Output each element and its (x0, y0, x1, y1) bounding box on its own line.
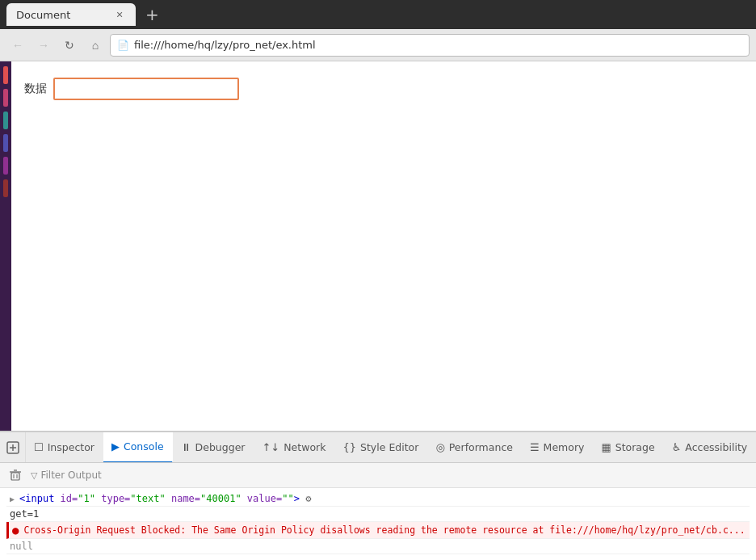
inspector-pick-icon (6, 441, 19, 454)
tab-accessibility[interactable]: ♿ Accessibility (664, 432, 756, 463)
page-icon: 📄 (117, 40, 129, 51)
tab-memory[interactable]: ☰ Memory (522, 432, 594, 463)
html-value-id: "1" (78, 493, 95, 504)
address-text: file:///home/hq/lzy/pro_net/ex.html (134, 39, 316, 51)
devtools-panel: ☐ Inspector ▶ Console ⏸ Debugger ↑↓ Netw… (0, 431, 756, 560)
debugger-icon: ⏸ (181, 441, 191, 453)
tab-debugger[interactable]: ⏸ Debugger (173, 432, 254, 463)
sidebar-item-5 (3, 157, 8, 175)
trash-icon (9, 469, 22, 482)
filter-box: ▽ Filter Output (31, 469, 102, 481)
html-attr-type: type= (95, 493, 130, 504)
html-value-type: "text" (130, 493, 165, 504)
tab-performance[interactable]: ◎ Performance (427, 432, 522, 463)
console-toolbar: ▽ Filter Output (0, 463, 756, 488)
sidebar-item-6 (3, 179, 8, 197)
tab-inspector-label: Inspector (48, 441, 94, 453)
storage-icon: ▦ (601, 441, 611, 453)
browser-window: Document ✕ + ← → ↻ ⌂ 📄 file:///home/hq/l… (0, 0, 756, 560)
html-attr-name: name= (166, 493, 200, 504)
nav-bar: ← → ↻ ⌂ 📄 file:///home/hq/lzy/pro_net/ex… (0, 29, 756, 61)
left-sidebar (0, 61, 11, 431)
tab-storage[interactable]: ▦ Storage (593, 432, 663, 463)
clear-console-button[interactable] (6, 466, 24, 484)
console-icon: ▶ (111, 440, 120, 453)
console-line-html: ▶ <input id="1" type="text" name="40001"… (6, 491, 750, 507)
console-get-text: get=1 (10, 508, 39, 520)
html-attr-value: value= (242, 493, 283, 504)
browser-tab[interactable]: Document ✕ (6, 3, 136, 26)
filter-label: Filter Output (40, 469, 101, 481)
console-error-text: Cross-Origin Request Blocked: The Same O… (23, 524, 745, 537)
devtools-pick-btn[interactable] (0, 432, 26, 463)
sidebar-item-4 (3, 134, 8, 152)
tab-memory-label: Memory (544, 441, 585, 453)
memory-icon: ☰ (530, 441, 540, 453)
performance-icon: ◎ (435, 441, 444, 453)
page-body: 数据 (11, 61, 756, 116)
console-null-text: null (10, 541, 33, 552)
reload-button[interactable]: ↻ (58, 34, 81, 57)
address-bar[interactable]: 📄 file:///home/hq/lzy/pro_net/ex.html (110, 34, 750, 57)
title-bar: Document ✕ + (0, 0, 756, 29)
data-input[interactable] (53, 78, 239, 100)
new-tab-button[interactable]: + (142, 5, 162, 24)
page-content: 数据 (11, 61, 756, 431)
html-value-value: "" (282, 493, 293, 504)
console-html-content: <input id="1" type="text" name="40001" v… (19, 493, 311, 504)
inspector-icon: ☐ (34, 441, 44, 453)
tab-network-label: Network (284, 441, 326, 453)
data-label: 数据 (24, 82, 47, 96)
network-icon: ↑↓ (262, 441, 279, 453)
tab-style-editor-label: Style Editor (360, 441, 418, 453)
tab-storage-label: Storage (615, 441, 655, 453)
console-line-get: get=1 (6, 507, 750, 522)
gear-settings-icon[interactable]: ⚙ (305, 493, 311, 504)
devtools-tabs: ☐ Inspector ▶ Console ⏸ Debugger ↑↓ Netw… (0, 432, 756, 463)
tab-style-editor[interactable]: {} Style Editor (334, 432, 427, 463)
error-icon: ● (12, 524, 19, 537)
tab-console[interactable]: ▶ Console (103, 432, 173, 463)
expand-arrow[interactable]: ▶ (10, 495, 15, 503)
console-line-error: ● Cross-Origin Request Blocked: The Same… (6, 522, 750, 539)
console-line-null: null (6, 539, 750, 554)
tab-performance-label: Performance (449, 441, 513, 453)
html-attr-id: id= (61, 493, 78, 504)
sidebar-item-3 (3, 112, 8, 129)
accessibility-icon: ♿ (672, 441, 682, 453)
console-content: ▶ <input id="1" type="text" name="40001"… (0, 488, 756, 560)
home-button[interactable]: ⌂ (84, 34, 107, 57)
forward-button[interactable]: → (32, 34, 55, 57)
tab-accessibility-label: Accessibility (685, 441, 747, 453)
sidebar-item-1 (3, 66, 8, 84)
back-button[interactable]: ← (6, 34, 29, 57)
content-area: 数据 (0, 61, 756, 431)
filter-icon: ▽ (31, 470, 37, 481)
tab-network[interactable]: ↑↓ Network (254, 432, 334, 463)
html-tag-open: <input (19, 493, 61, 504)
svg-rect-3 (11, 473, 19, 480)
html-value-name: "40001" (200, 493, 242, 504)
tab-title: Document (16, 9, 70, 21)
style-editor-icon: {} (342, 441, 356, 453)
sidebar-item-2 (3, 89, 8, 107)
tab-console-label: Console (124, 440, 164, 453)
tab-close-button[interactable]: ✕ (113, 8, 126, 21)
tab-inspector[interactable]: ☐ Inspector (26, 432, 103, 463)
tab-debugger-label: Debugger (195, 441, 246, 453)
html-tag-close: > (294, 493, 300, 504)
